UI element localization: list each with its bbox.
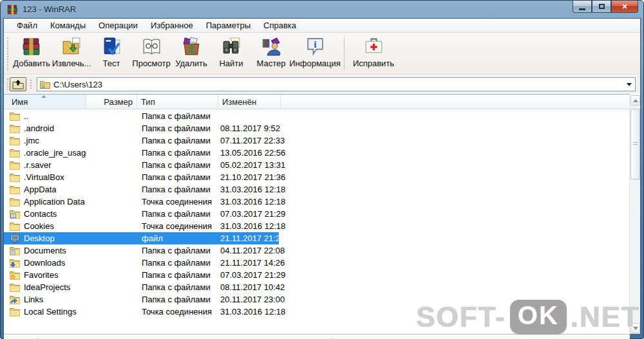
file-name: .android	[24, 124, 54, 133]
file-type: Точка соединения	[137, 307, 218, 316]
file-list: .. Папка с файлами .android Папка с файл…	[4, 110, 630, 334]
file-row[interactable]: Documents Папка с файлами 04.11.2017 22:…	[4, 244, 279, 257]
file-row[interactable]: .jmc Папка с файлами 07.11.2017 22:33	[4, 134, 279, 147]
file-type: файл	[137, 234, 218, 243]
folder-icon	[10, 136, 20, 145]
menu-favorites[interactable]: Избранное	[144, 19, 200, 32]
file-row[interactable]: .r.saver Папка с файлами 05.02.2017 13:3…	[4, 159, 279, 171]
file-row[interactable]: Links Папка с файлами 20.11.2017 23:00	[4, 293, 279, 306]
column-header-size[interactable]: Размер	[86, 95, 137, 109]
file-name: ..	[24, 111, 28, 121]
menu-file[interactable]: Файл	[10, 19, 44, 32]
menu-operations[interactable]: Операции	[92, 19, 144, 32]
file-name: .r.saver	[24, 160, 52, 170]
minimize-button[interactable]	[573, 1, 592, 13]
vertical-scrollbar[interactable]	[629, 95, 640, 334]
file-name: .VirtualBox	[24, 172, 64, 182]
file-modified: 21.11.2017 21:20	[218, 234, 279, 243]
scrollbar-thumb[interactable]	[630, 109, 640, 179]
wizard-icon	[261, 36, 282, 57]
file-row[interactable]: Favorites Папка с файлами 07.03.2017 21:…	[4, 269, 279, 281]
scroll-up-button[interactable]	[630, 95, 640, 105]
file-modified: 31.03.2016 12:18	[218, 307, 279, 316]
column-header-row: Имя Размер Тип Изменён	[4, 94, 630, 109]
folder-icon	[10, 172, 20, 182]
close-button[interactable]: ✕	[611, 1, 638, 13]
file-modified: 07.03.2017 21:29	[218, 209, 279, 219]
file-type: Папка с файлами	[137, 246, 218, 255]
file-type: Папка с файлами	[137, 282, 218, 292]
client-area: Файл Команды Операции Избранное Параметр…	[3, 18, 641, 334]
folder-down-icon	[10, 258, 20, 268]
up-one-level-button[interactable]	[10, 77, 26, 91]
maximize-button[interactable]	[592, 1, 611, 13]
folder-icon	[10, 124, 20, 133]
file-row[interactable]: IdeaProjects Папка с файлами 08.11.2017 …	[4, 281, 279, 293]
file-name: Cookies	[24, 221, 54, 231]
find-button[interactable]: Найти	[211, 35, 251, 72]
file-row[interactable]: Desktop файл 21.11.2017 21:20	[4, 232, 279, 244]
folder-icon	[10, 160, 20, 170]
folder-icon	[10, 111, 20, 121]
repair-button[interactable]: Исправить	[350, 35, 397, 72]
column-header-modified[interactable]: Изменён	[218, 95, 281, 109]
address-input[interactable]: C:\Users\123	[53, 80, 102, 89]
folder-icon	[10, 221, 20, 231]
address-dropdown-button[interactable]	[624, 78, 634, 90]
file-row[interactable]: AppData Папка с файлами 31.03.2016 12:18	[4, 183, 279, 196]
file-name: Desktop	[24, 234, 55, 243]
file-modified: 20.11.2017 23:00	[218, 295, 279, 304]
find-icon	[221, 36, 242, 57]
menu-help[interactable]: Справка	[257, 19, 303, 32]
file-modified: 07.03.2017 21:29	[218, 270, 279, 280]
file-name: .jmc	[24, 136, 39, 145]
view-button[interactable]: Просмотр	[131, 35, 171, 72]
file-row[interactable]: Local Settings Точка соединения 31.03.20…	[4, 306, 279, 318]
menu-commands[interactable]: Команды	[44, 19, 92, 32]
folder-contacts-icon	[10, 209, 20, 219]
file-modified: 21.11.2017 14:26	[218, 258, 279, 268]
window-title: 123 - WinRAR	[23, 5, 76, 14]
file-row[interactable]: .VirtualBox Папка с файлами 21.10.2017 2…	[4, 171, 279, 183]
file-type: Папка с файлами	[137, 136, 218, 145]
folder-icon	[10, 307, 20, 316]
file-type: Папка с файлами	[137, 185, 218, 194]
folder-link-icon	[10, 295, 20, 304]
desktop-icon	[10, 234, 20, 243]
test-button[interactable]: Тест	[91, 35, 131, 72]
info-icon: i	[305, 36, 326, 57]
file-row[interactable]: Cookies Точка соединения 31.03.2016 12:1…	[4, 220, 279, 232]
extract-button[interactable]: Извлечь...	[52, 35, 91, 72]
find-label: Найти	[219, 59, 243, 68]
delete-button[interactable]: Удалить	[171, 35, 211, 72]
file-row[interactable]: .. Папка с файлами	[4, 110, 279, 122]
file-type: Папка с файлами	[137, 148, 218, 158]
file-name: Application Data	[24, 197, 85, 206]
file-modified: 08.11.2017 9:52	[218, 124, 279, 133]
column-header-type[interactable]: Тип	[137, 95, 218, 109]
scroll-down-button[interactable]	[630, 323, 640, 333]
chevron-down-icon	[627, 83, 632, 86]
column-header-name[interactable]: Имя	[4, 95, 86, 109]
file-row[interactable]: Contacts Папка с файлами 07.03.2017 21:2…	[4, 208, 279, 220]
address-bar: C:\Users\123	[4, 75, 640, 93]
file-modified: 08.11.2017 10:42	[218, 282, 279, 292]
info-button[interactable]: i Информация	[291, 35, 339, 72]
file-name: Documents	[24, 246, 66, 255]
file-row[interactable]: Downloads Папка с файлами 21.11.2017 14:…	[4, 257, 279, 269]
folder-icon	[10, 185, 20, 194]
file-row[interactable]: Application Data Точка соединения 31.03.…	[4, 196, 279, 208]
file-type: Папка с файлами	[137, 160, 218, 170]
file-row[interactable]: .android Папка с файлами 08.11.2017 9:52	[4, 122, 279, 134]
column-header-empty	[281, 95, 630, 109]
folder-doc-icon	[10, 246, 20, 255]
menu-options[interactable]: Параметры	[200, 19, 257, 32]
address-combo[interactable]: C:\Users\123	[37, 77, 636, 91]
file-name: .oracle_jre_usage	[24, 148, 86, 158]
add-button[interactable]: Добавить	[12, 35, 52, 72]
wizard-button[interactable]: Мастер	[251, 35, 291, 72]
add-label: Добавить	[13, 59, 50, 68]
delete-icon	[181, 36, 202, 57]
file-row[interactable]: .oracle_jre_usage Папка с файлами 13.05.…	[4, 147, 279, 159]
file-name: Downloads	[24, 258, 65, 268]
